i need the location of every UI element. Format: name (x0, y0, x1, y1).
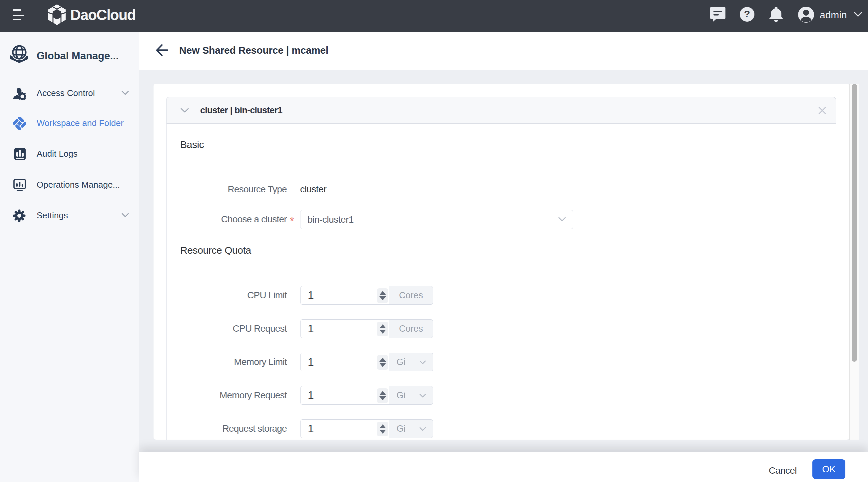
svg-text:?: ? (744, 8, 750, 19)
